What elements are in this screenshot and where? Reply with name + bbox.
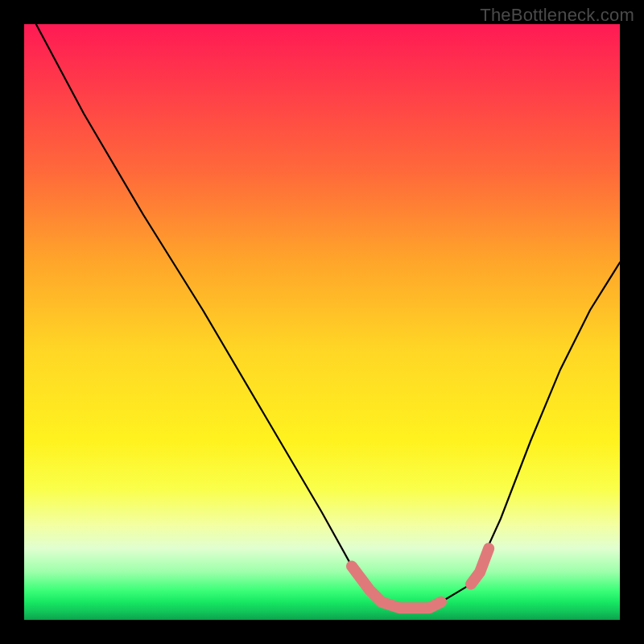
chart-svg [24, 24, 620, 620]
chart-frame: TheBottleneck.com [0, 0, 644, 644]
chart-plot-area [24, 24, 620, 620]
watermark-text: TheBottleneck.com [480, 5, 634, 26]
highlight-right [471, 548, 489, 584]
bottleneck-curve [36, 24, 620, 608]
highlight-floor [352, 566, 441, 608]
